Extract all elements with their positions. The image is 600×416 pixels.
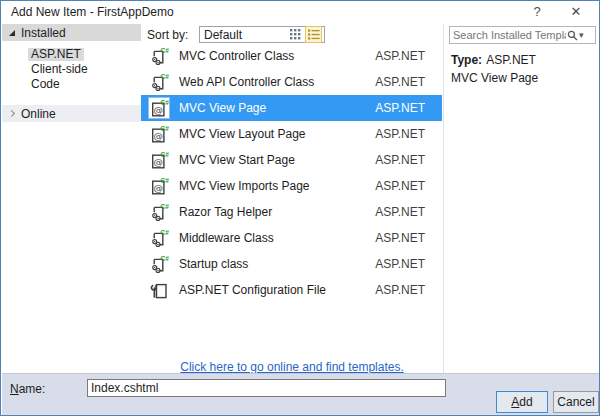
template-name: Startup class (179, 257, 248, 271)
template-category: ASP.NET (375, 257, 425, 271)
template-row[interactable]: C# Startup classASP.NET (141, 251, 442, 277)
type-label: Type: (451, 53, 482, 67)
view-page-icon: @ C# (149, 124, 169, 144)
category-sidebar: Installed ASP.NETClient-sideCode Online (2, 24, 141, 373)
svg-text:C#: C# (160, 47, 169, 54)
template-row[interactable]: @ C# MVC View Layout PageASP.NET (141, 121, 442, 147)
template-category: ASP.NET (375, 231, 425, 245)
search-icon (567, 30, 578, 41)
class-file-icon: C# (149, 254, 169, 274)
svg-text:C#: C# (160, 151, 169, 158)
add-button[interactable]: Add (496, 391, 548, 413)
template-category: ASP.NET (375, 153, 425, 167)
svg-text:C#: C# (160, 229, 169, 236)
template-name: MVC Controller Class (179, 49, 294, 63)
sidebar-item-label: Client-side (28, 63, 91, 76)
template-row[interactable]: ASP.NET Configuration FileASP.NET (141, 277, 442, 303)
details-panel: ▾ Type:ASP.NET MVC View Page (444, 24, 600, 373)
svg-text:C#: C# (160, 203, 169, 210)
class-file-icon: C# (149, 228, 169, 248)
window-title: Add New Item - FirstAppDemo (11, 5, 174, 19)
add-new-item-dialog: Add New Item - FirstAppDemo ? ✕ Installe… (0, 0, 600, 416)
search-scope-chevron-icon[interactable]: ▾ (579, 30, 584, 40)
class-file-icon: C# (149, 46, 169, 66)
close-button[interactable]: ✕ (566, 4, 586, 19)
help-button[interactable]: ? (528, 4, 546, 19)
template-name: ASP.NET Configuration File (179, 283, 326, 297)
view-page-icon: @ C# (149, 150, 169, 170)
sidebar-group-label: Installed (21, 26, 66, 40)
template-category: ASP.NET (375, 283, 425, 297)
template-name: MVC View Page (179, 101, 266, 115)
cancel-button[interactable]: Cancel (553, 391, 599, 413)
template-list: C# MVC Controller ClassASP.NET C# Web AP… (141, 43, 442, 303)
template-row[interactable]: C# MVC Controller ClassASP.NET (141, 43, 442, 69)
template-list-panel: Sort by: Default ▾ (141, 24, 444, 373)
template-category: ASP.NET (375, 49, 425, 63)
template-category: ASP.NET (375, 205, 425, 219)
template-row[interactable]: @ C# MVC View Start PageASP.NET (141, 147, 442, 173)
name-input[interactable] (87, 379, 446, 397)
template-category: ASP.NET (375, 179, 425, 193)
small-icons-grid-icon (290, 29, 301, 40)
template-name: MVC View Layout Page (179, 127, 306, 141)
type-value: ASP.NET (486, 53, 536, 67)
installed-category-list: ASP.NETClient-sideCode (2, 41, 141, 98)
template-row[interactable]: @ C# MVC View PageASP.NET (141, 95, 442, 121)
search-input[interactable] (450, 28, 566, 42)
template-row[interactable]: C# Razor Tag HelperASP.NET (141, 199, 442, 225)
template-name: Middleware Class (179, 231, 274, 245)
template-category: ASP.NET (375, 127, 425, 141)
sort-by-value: Default (204, 28, 242, 42)
template-category: ASP.NET (375, 75, 425, 89)
name-label: Name: (10, 382, 45, 396)
sidebar-group-installed[interactable]: Installed (2, 24, 141, 41)
go-online-link[interactable]: Click here to go online and find templat… (141, 360, 443, 374)
small-icons-view-button[interactable] (287, 26, 304, 43)
class-file-icon: C# (149, 72, 169, 92)
template-category: ASP.NET (375, 101, 425, 115)
template-type-line: Type:ASP.NET (451, 53, 536, 67)
config-file-icon (149, 280, 169, 300)
svg-text:C#: C# (160, 125, 169, 132)
svg-text:C#: C# (160, 99, 169, 106)
list-view-button[interactable] (305, 26, 322, 43)
sidebar-item-client-side[interactable]: Client-side (2, 62, 141, 77)
sidebar-group-label: Online (21, 107, 56, 121)
sidebar-item-code[interactable]: Code (2, 77, 141, 92)
footer-bar: Name: Add Cancel (2, 373, 600, 416)
template-row[interactable]: C# Web API Controller ClassASP.NET (141, 69, 442, 95)
search-box[interactable]: ▾ (449, 26, 596, 44)
list-view-icon (308, 29, 320, 40)
expanded-triangle-icon (9, 30, 15, 36)
template-name: Razor Tag Helper (179, 205, 272, 219)
class-file-icon: C# (149, 202, 169, 222)
list-toolbar: Sort by: Default ▾ (141, 24, 443, 44)
view-page-icon: @ C# (149, 176, 169, 196)
sort-by-label: Sort by: (147, 28, 188, 42)
template-name: MVC View Start Page (179, 153, 295, 167)
collapsed-triangle-icon (8, 110, 15, 117)
sidebar-item-asp-net[interactable]: ASP.NET (2, 47, 141, 62)
svg-text:C#: C# (160, 73, 169, 80)
sidebar-group-online[interactable]: Online (2, 105, 141, 122)
template-name: MVC View Imports Page (179, 179, 310, 193)
svg-text:C#: C# (160, 255, 169, 262)
svg-text:C#: C# (160, 177, 169, 184)
template-row[interactable]: C# Middleware ClassASP.NET (141, 225, 442, 251)
title-bar: Add New Item - FirstAppDemo ? ✕ (2, 1, 598, 23)
sidebar-item-label: ASP.NET (28, 48, 84, 61)
sidebar-item-label: Code (28, 78, 63, 91)
view-page-icon: @ C# (149, 98, 169, 118)
template-name: Web API Controller Class (179, 75, 314, 89)
template-row[interactable]: @ C# MVC View Imports PageASP.NET (141, 173, 442, 199)
template-description: MVC View Page (451, 71, 538, 85)
